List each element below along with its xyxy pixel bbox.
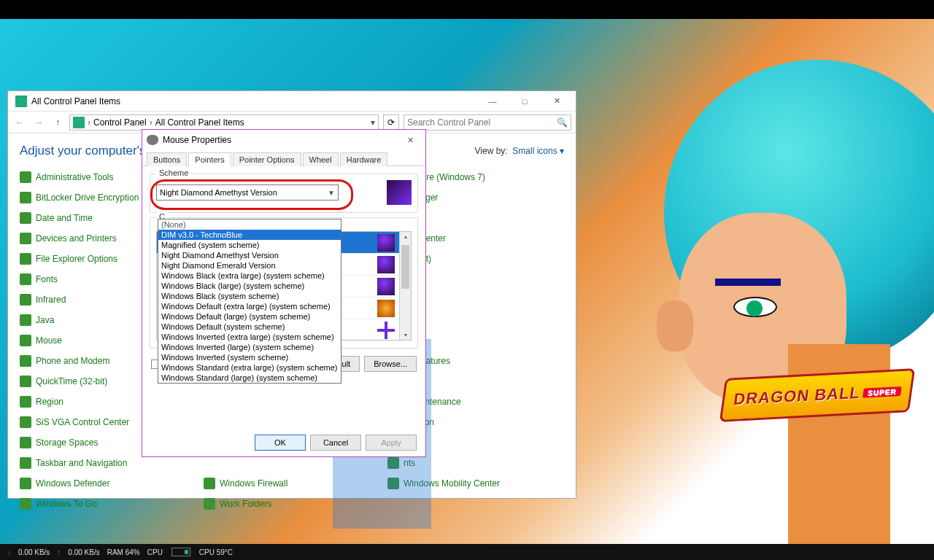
cp-item-label: nts (404, 458, 415, 468)
cursor-preview-icon (377, 234, 395, 252)
dropdown-option[interactable]: Windows Standard (extra large) (system s… (158, 362, 341, 373)
scheme-combobox[interactable]: Night Diamond Amethyst Version ▼ (156, 184, 339, 201)
cp-item-label: QuickTime (32-bit) (36, 376, 107, 386)
cp-item-label: SiS VGA Control Center (36, 417, 129, 427)
back-button[interactable]: ← (12, 115, 27, 130)
scrollbar[interactable]: ▴ ▾ (399, 232, 411, 340)
search-input[interactable]: Search Control Panel 🔍 (404, 114, 571, 131)
apply-button[interactable]: Apply (366, 435, 417, 451)
dropdown-option[interactable]: Night Diamond Emerald Version (158, 260, 341, 271)
dropdown-option[interactable]: Windows Black (system scheme) (158, 291, 341, 301)
dropdown-option[interactable]: DIM v3.0 - TechnoBlue (158, 230, 341, 240)
search-placeholder: Search Control Panel (407, 117, 490, 128)
cancel-button[interactable]: Cancel (310, 435, 361, 451)
cp-item-icon (20, 437, 31, 448)
scheme-value: Night Diamond Amethyst Version (160, 188, 277, 197)
tab-hardware[interactable]: Hardware (340, 152, 388, 166)
ok-button[interactable]: OK (255, 435, 306, 451)
dropdown-option[interactable]: Windows Inverted (system scheme) (158, 352, 341, 362)
cp-item-icon (20, 355, 31, 367)
breadcrumb[interactable]: › Control Panel › All Control Panel Item… (69, 114, 379, 131)
minimize-button[interactable]: — (476, 93, 509, 109)
cp-item-icon (20, 273, 31, 285)
cp-item-label: Phone and Modem (36, 356, 109, 366)
download-icon: ↓ (7, 548, 11, 556)
dropdown-option[interactable]: Windows Inverted (large) (system scheme) (158, 342, 341, 352)
cursor-preview-icon (377, 322, 395, 339)
tab-buttons[interactable]: Buttons (147, 152, 187, 166)
cp-item[interactable]: Windows Defender (20, 475, 196, 492)
viewby-dropdown[interactable]: Small icons ▾ (512, 146, 564, 156)
scroll-down-icon[interactable]: ▾ (400, 332, 411, 338)
tab-pointers[interactable]: Pointers (188, 152, 231, 166)
dropdown-option[interactable]: Windows Default (system scheme) (158, 322, 341, 332)
refresh-button[interactable]: ⟳ (383, 114, 399, 131)
cp-item[interactable] (387, 495, 564, 513)
browse-button[interactable]: Browse... (364, 356, 417, 372)
scheme-preview (387, 180, 412, 205)
tab-pointer-options[interactable]: Pointer Options (233, 152, 301, 166)
forward-button[interactable]: → (31, 115, 46, 130)
maximize-button[interactable]: □ (509, 93, 541, 109)
tab-wheel[interactable]: Wheel (303, 152, 339, 166)
download-speed: 0.00 KB/s (18, 548, 50, 556)
breadcrumb-item[interactable]: All Control Panel Items (155, 117, 244, 128)
scheme-dropdown-list[interactable]: (None)DIM v3.0 - TechnoBlueMagnified (sy… (158, 219, 341, 384)
cp-item-icon (20, 253, 31, 265)
close-button[interactable]: ✕ (541, 93, 573, 109)
cursor-preview-icon (377, 256, 395, 273)
dropdown-option[interactable]: Windows Default (extra large) (system sc… (158, 301, 341, 311)
dropdown-option[interactable]: Night Diamond Amethyst Version (158, 250, 341, 260)
cp-item-label: Taskbar and Navigation (36, 458, 127, 468)
breadcrumb-item[interactable]: Control Panel (93, 117, 147, 128)
mouse-icon (147, 135, 158, 145)
cpu-graph-icon (171, 548, 190, 556)
cp-item-label: Java (36, 315, 54, 325)
upload-icon: ↑ (57, 548, 61, 556)
cp-item-label: Work Folders (220, 499, 271, 509)
cp-item-label: Administrative Tools (36, 172, 114, 182)
up-button[interactable]: ↑ (50, 115, 65, 130)
window-titlebar[interactable]: All Control Panel Items — □ ✕ (8, 91, 576, 112)
cp-item-label: Storage Spaces (36, 438, 98, 448)
desktop: DRAGON BALL SUPER All Control Panel Item… (0, 19, 934, 544)
dropdown-option[interactable]: Windows Black (extra large) (system sche… (158, 271, 341, 281)
dropdown-option[interactable]: Magnified (system scheme) (158, 240, 341, 250)
tab-strip: ButtonsPointersPointer OptionsWheelHardw… (142, 150, 425, 166)
cp-item-label: Fonts (36, 274, 58, 284)
cp-item-icon (20, 478, 31, 489)
taskbar[interactable]: ↓ 0.00 KB/s ↑ 0.00 KB/s RAM 64% CPU CPU … (0, 544, 934, 560)
dropdown-option[interactable]: Windows Standard (large) (system scheme) (158, 373, 341, 383)
dialog-titlebar[interactable]: Mouse Properties ✕ (142, 130, 425, 150)
dropdown-option[interactable]: Windows Default (large) (system scheme) (158, 311, 341, 322)
dropdown-option[interactable]: Windows Black (large) (system scheme) (158, 281, 341, 291)
dialog-close-button[interactable]: ✕ (399, 132, 421, 148)
scroll-thumb[interactable] (401, 245, 409, 289)
dropdown-option[interactable]: Windows Inverted (extra large) (system s… (158, 332, 341, 342)
scheme-legend: Scheme (156, 168, 191, 177)
cp-item-icon (20, 335, 31, 346)
cp-item[interactable]: Windows Firewall (204, 475, 380, 492)
cp-item-icon (20, 498, 31, 510)
cp-item-icon (20, 396, 31, 408)
dropdown-option[interactable]: (None) (158, 219, 341, 230)
cursor-preview-icon (377, 300, 395, 317)
cp-item-label: Devices and Printers (36, 233, 117, 244)
cp-item[interactable]: Work Folders (204, 495, 380, 513)
scroll-up-icon[interactable]: ▴ (400, 233, 411, 240)
cp-item-label: Infrared (36, 295, 66, 305)
cp-item-icon (20, 457, 31, 469)
cp-item-label: Windows To Go (36, 499, 97, 509)
cp-item-icon (204, 478, 215, 489)
breadcrumb-dropdown[interactable]: ▾ (371, 117, 375, 128)
cp-item-icon (20, 294, 31, 306)
cp-item[interactable]: Windows Mobility Center (387, 475, 564, 492)
cp-item-icon (20, 416, 31, 428)
cp-item-label: Windows Firewall (220, 478, 287, 489)
cp-item-icon (20, 212, 31, 224)
cp-item-icon (204, 498, 215, 510)
breadcrumb-sep: › (150, 117, 153, 128)
cp-item-label: Date and Time (36, 213, 93, 223)
search-icon: 🔍 (557, 117, 568, 128)
cp-item[interactable]: Windows To Go (20, 495, 196, 513)
